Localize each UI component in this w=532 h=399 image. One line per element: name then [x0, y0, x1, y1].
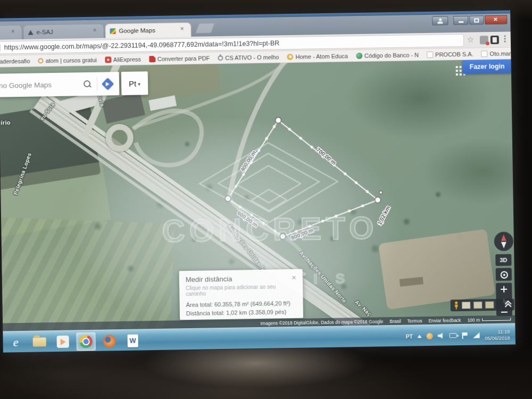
area-total: Área total: 60.355,78 m² (649.664,20 ft²…: [186, 300, 297, 308]
bookmark-label: PROCOB S.A.: [435, 51, 473, 57]
pegman-icon[interactable]: [454, 301, 459, 310]
search-divider: [97, 77, 97, 91]
scale-control[interactable]: 100 m: [467, 317, 511, 322]
terms-link[interactable]: Termos: [408, 318, 422, 323]
bookmark-item[interactable]: PROCOB S.A.: [427, 51, 473, 57]
action-center-flag-icon[interactable]: [462, 332, 468, 338]
globe-icon: [356, 52, 362, 59]
extension-icon-2[interactable]: [491, 36, 499, 44]
esaj-favicon: [28, 30, 33, 35]
bookmark-item[interactable]: raderdesafio: [0, 57, 30, 64]
page-icon: [481, 51, 488, 57]
profile-button[interactable]: [432, 16, 448, 25]
taskbar-file-explorer[interactable]: [29, 333, 49, 352]
measure-start-point[interactable]: [379, 191, 383, 194]
maps-search-box[interactable]: no Google Maps: [0, 72, 119, 97]
taskbar-word[interactable]: W: [123, 331, 143, 350]
distance-total: Distância total: 1,02 km (3.358,09 pés): [186, 309, 297, 317]
translate-language-button[interactable]: Pt: [121, 71, 148, 95]
tab-partial[interactable]: e S8: [0, 25, 22, 40]
volume-icon[interactable]: [438, 332, 445, 339]
bookmark-label: Código do Banco - N: [364, 52, 419, 59]
home-atom-icon: [287, 53, 293, 60]
tab-close-icon[interactable]: [10, 29, 17, 36]
search-placeholder-text: no Google Maps: [0, 80, 83, 89]
bookmark-item[interactable]: Converter para PDF: [149, 55, 210, 62]
scale-label: 100 m: [467, 317, 480, 322]
bookmark-label: atom | cursos gratui: [45, 56, 97, 64]
measure-vertex[interactable]: [280, 234, 286, 239]
internet-explorer-icon: e: [13, 335, 19, 350]
person-icon: [437, 18, 443, 23]
time: 11:18: [497, 328, 510, 334]
measure-distance-panel: Medir distância Clique no mapa para adic…: [179, 269, 303, 320]
feedback-link[interactable]: Enviar feedback: [428, 318, 461, 323]
google-maps-favicon: [110, 28, 115, 34]
tab-google-maps[interactable]: Google Maps: [105, 22, 191, 38]
taskbar-firefox[interactable]: [99, 332, 119, 351]
chevron-down-icon: [138, 78, 140, 88]
language-indicator[interactable]: PT: [406, 333, 413, 339]
search-icon[interactable]: [83, 80, 92, 88]
bookmark-item[interactable]: Home - Atom Educa: [287, 53, 348, 60]
url-text: https://www.google.com.br/maps/@-22.2931…: [4, 39, 280, 51]
language-label: Pt: [129, 79, 136, 88]
maximize-button[interactable]: [469, 15, 484, 24]
directions-icon[interactable]: [102, 77, 114, 90]
close-icon: [493, 17, 498, 22]
measure-vertex[interactable]: [375, 197, 381, 203]
show-hidden-icons[interactable]: [418, 335, 422, 338]
imagery-thumbnail[interactable]: [462, 302, 471, 309]
collapse-chevron-icon[interactable]: [505, 301, 511, 309]
country-link[interactable]: Brasil: [389, 318, 401, 323]
imagery-bar: [451, 298, 514, 311]
bookmark-label: AliExpress: [113, 56, 141, 63]
map-canvas[interactable]: Rodovia Av. Nações Unidas Norte Av. Naçõ…: [0, 59, 515, 331]
photo-of-laptop: e S8 e-SAJ Google Maps: [0, 0, 532, 399]
measure-vertex[interactable]: [225, 196, 231, 202]
measure-vertex[interactable]: [276, 118, 281, 123]
3d-view-button[interactable]: 3D: [495, 254, 511, 265]
imagery-thumbnail[interactable]: [473, 301, 483, 309]
tab-esaj[interactable]: e-SAJ: [23, 23, 104, 39]
network-signal-icon[interactable]: [473, 332, 480, 338]
antivirus-tray-icon[interactable]: [427, 332, 433, 339]
bookmark-star-icon[interactable]: [467, 35, 477, 44]
sign-in-button[interactable]: Fazer login: [462, 59, 511, 73]
browser-menu-icon[interactable]: [501, 34, 509, 45]
bookmark-item[interactable]: Oto.margem.online: [481, 49, 516, 57]
minimize-button[interactable]: [453, 16, 468, 25]
imagery-credit: Imagens ©2018 DigitalGlobe, Dados do map…: [261, 319, 384, 326]
bookmark-label: Oto.margem.online: [490, 49, 516, 56]
tab-label: e S8: [0, 29, 7, 37]
my-location-button[interactable]: [496, 268, 512, 280]
zoom-in-icon[interactable]: [501, 286, 507, 293]
panel-title: Medir distância: [186, 274, 296, 284]
imagery-thumbnail[interactable]: [485, 301, 494, 309]
scale-bar: [482, 318, 511, 321]
extension-icon-1[interactable]: [480, 36, 488, 44]
close-button[interactable]: [485, 15, 507, 25]
new-tab-button[interactable]: [195, 23, 215, 34]
tab-close-icon[interactable]: [92, 28, 99, 35]
panel-subtitle: Clique no mapa para adicionar ao seu cam…: [186, 284, 296, 297]
media-player-icon: [56, 336, 69, 348]
bookmark-item[interactable]: Código do Banco - N: [356, 52, 419, 59]
bookmark-item[interactable]: CS ATIVO - O melho: [218, 54, 279, 61]
minimize-icon: [459, 21, 463, 23]
atom-icon: [38, 58, 43, 63]
power-icon: [218, 55, 223, 60]
tab-label: e-SAJ: [36, 28, 88, 36]
battery-icon[interactable]: [450, 333, 457, 338]
taskbar-chrome[interactable]: [76, 332, 96, 351]
taskbar-media-player[interactable]: [53, 332, 72, 351]
bookmark-item[interactable]: AliExpress: [105, 56, 141, 63]
taskbar-clock[interactable]: 11:18 05/06/2018: [485, 328, 510, 341]
zoom-out-icon[interactable]: [501, 312, 508, 313]
close-icon[interactable]: [292, 272, 299, 280]
bookmark-item[interactable]: atom | cursos gratui: [38, 56, 97, 64]
taskbar-internet-explorer[interactable]: e: [6, 333, 26, 352]
page-icon: [427, 51, 433, 57]
tab-close-icon[interactable]: [179, 26, 186, 34]
bookmark-label: raderdesafio: [0, 57, 30, 64]
